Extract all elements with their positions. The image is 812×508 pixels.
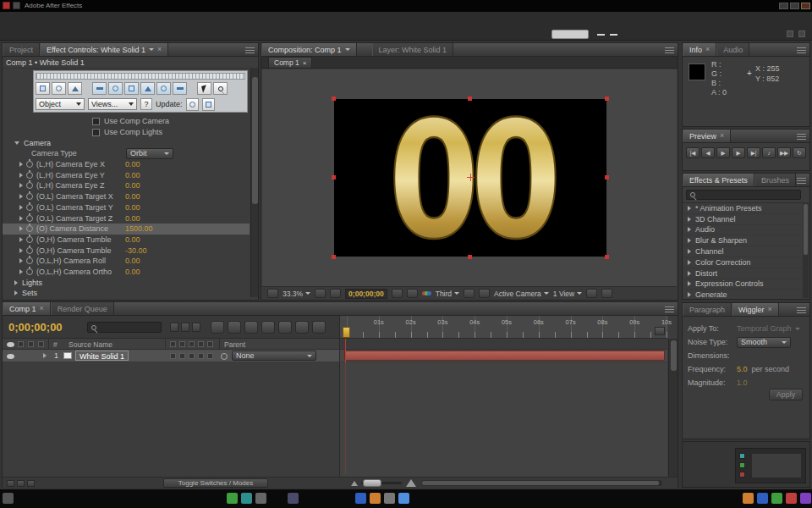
current-time-indicator-line[interactable] xyxy=(345,339,346,362)
effects-list-item[interactable]: Channel xyxy=(683,246,809,257)
play-button[interactable]: ▶ xyxy=(716,147,730,158)
fast-previews-icon[interactable] xyxy=(601,289,612,298)
lock-column-icon[interactable] xyxy=(38,341,44,347)
blend-column-icon[interactable] xyxy=(189,341,195,347)
layer-switch-box[interactable] xyxy=(170,353,176,359)
twirl-icon[interactable] xyxy=(19,269,23,274)
param-value[interactable]: 1500.00 xyxy=(125,224,153,233)
help-button[interactable]: ? xyxy=(140,98,152,110)
twirl-icon[interactable] xyxy=(688,292,691,297)
tab-audio[interactable]: Audio xyxy=(716,43,749,56)
plugin-view-icon[interactable] xyxy=(108,82,123,95)
time-ruler[interactable]: 01s02s03s04s05s06s07s08s09s10s xyxy=(339,316,667,339)
plugin-tool-icon[interactable] xyxy=(36,82,50,95)
tab-menu-arrow-icon[interactable] xyxy=(149,48,154,51)
mask-visibility-icon[interactable] xyxy=(330,289,341,298)
panel-menu-icon[interactable] xyxy=(797,178,806,184)
twirl-icon[interactable] xyxy=(688,281,691,286)
layer-row[interactable]: 1 White Solid 1 None xyxy=(3,350,339,362)
tab-paragraph[interactable]: Paragraph xyxy=(683,303,732,316)
comp-viewport[interactable]: 00 xyxy=(262,69,677,286)
stopwatch-icon[interactable] xyxy=(26,247,33,254)
taskbar-app-icon[interactable] xyxy=(255,493,266,504)
expand-inout-icon[interactable] xyxy=(27,480,35,487)
timeline-zoom-slider[interactable] xyxy=(361,482,402,484)
views-dropdown[interactable]: Views... xyxy=(88,98,137,110)
stopwatch-icon[interactable] xyxy=(26,161,33,168)
transparency-grid-icon[interactable] xyxy=(479,289,490,298)
tab-menu-arrow-icon[interactable] xyxy=(345,48,350,51)
previous-frame-button[interactable]: ◀ xyxy=(701,147,715,158)
selection-handle[interactable] xyxy=(605,175,609,179)
taskbar-app-icon[interactable] xyxy=(288,493,299,504)
taskbar-app-icon[interactable] xyxy=(370,493,381,504)
child-minimize-dash[interactable] xyxy=(597,34,605,36)
show-snapshot-icon[interactable] xyxy=(407,289,418,298)
param-value[interactable]: -30.00 xyxy=(125,246,147,255)
plugin-view-icon[interactable] xyxy=(173,82,187,95)
param-value[interactable]: 0.00 xyxy=(125,160,140,168)
first-frame-button[interactable]: |◀ xyxy=(686,147,700,158)
effects-list-item[interactable]: Distort xyxy=(683,268,809,279)
twirl-icon[interactable] xyxy=(688,249,691,254)
ram-preview-button[interactable]: ▶▶ xyxy=(777,147,791,158)
param-value[interactable]: 0.00 xyxy=(125,192,140,201)
tab-wiggler[interactable]: Wiggler× xyxy=(732,303,779,316)
param-value[interactable]: 0.00 xyxy=(125,214,140,223)
object-dropdown[interactable]: Object xyxy=(36,98,85,110)
comp-timecode[interactable]: 0;00;00;00 xyxy=(345,289,387,299)
taskbar-app-icon[interactable] xyxy=(3,493,14,504)
timeline-timecode[interactable]: 0;00;00;00 xyxy=(8,321,63,334)
twirl-icon[interactable] xyxy=(688,271,691,276)
taskbar-app-icon[interactable] xyxy=(757,493,768,504)
twirl-icon[interactable] xyxy=(688,217,691,222)
motion-blur-icon[interactable] xyxy=(228,321,241,334)
panel-menu-icon[interactable] xyxy=(797,307,806,313)
param-value[interactable]: 0.00 xyxy=(125,268,140,276)
tab-composition[interactable]: Composition: Comp 1 xyxy=(261,43,357,56)
selection-handle[interactable] xyxy=(332,175,336,179)
twirl-icon[interactable] xyxy=(19,205,23,210)
selection-handle[interactable] xyxy=(605,255,609,259)
twirl-icon[interactable] xyxy=(19,173,23,178)
twirl-icon[interactable] xyxy=(19,216,23,221)
twirl-icon[interactable] xyxy=(14,280,18,285)
source-name-column[interactable]: Source Name xyxy=(69,340,112,349)
workspace-chip[interactable] xyxy=(551,30,589,39)
twirl-icon[interactable] xyxy=(19,237,23,242)
plugin-view-icon[interactable] xyxy=(92,82,107,95)
update-refresh-icon[interactable] xyxy=(186,98,199,111)
effects-list-item[interactable]: * Animation Presets xyxy=(683,203,809,214)
pixel-aspect-icon[interactable] xyxy=(586,289,597,298)
zoom-out-mountain-icon[interactable] xyxy=(351,481,358,486)
panel-menu-icon[interactable] xyxy=(665,47,674,53)
child-restore-dash[interactable] xyxy=(610,34,617,36)
selection-handle[interactable] xyxy=(468,255,472,259)
panel-menu-icon[interactable] xyxy=(797,134,806,140)
scrollbar-thumb[interactable] xyxy=(422,481,659,485)
plugin-scroll-strip[interactable] xyxy=(36,73,245,80)
use-comp-lights-checkbox[interactable] xyxy=(92,129,100,136)
param-value[interactable]: 0.00 xyxy=(125,171,140,179)
selection-handle[interactable] xyxy=(332,97,336,101)
stopwatch-icon[interactable] xyxy=(26,215,33,222)
auto-keyframe-icon[interactable] xyxy=(261,321,275,334)
expand-switches-icon[interactable] xyxy=(17,480,25,487)
twirl-icon[interactable] xyxy=(19,226,23,231)
tab-layer[interactable]: Layer: White Solid 1 xyxy=(372,43,454,56)
adjustment-icon[interactable] xyxy=(312,321,326,334)
switches-column-icon[interactable] xyxy=(170,341,176,347)
taskbar-app-icon[interactable] xyxy=(800,493,811,504)
draft-3d-icon[interactable] xyxy=(181,323,189,332)
scrollbar-thumb[interactable] xyxy=(252,77,258,204)
arrow-cursor-icon[interactable] xyxy=(197,82,211,95)
timeline-search-input[interactable] xyxy=(87,322,162,333)
comp-canvas[interactable]: 00 xyxy=(334,99,606,257)
timeline-vertical-scrollbar[interactable] xyxy=(668,339,678,477)
plugin-view-icon[interactable] xyxy=(140,82,155,95)
plugin-tool-icon[interactable] xyxy=(52,82,66,95)
tab-info[interactable]: Info× xyxy=(683,43,716,56)
apply-button[interactable]: Apply xyxy=(769,389,803,400)
tab-effect-controls[interactable]: Effect Controls: White Solid 1 × xyxy=(40,43,168,56)
snapshot-camera-icon[interactable] xyxy=(392,289,403,298)
